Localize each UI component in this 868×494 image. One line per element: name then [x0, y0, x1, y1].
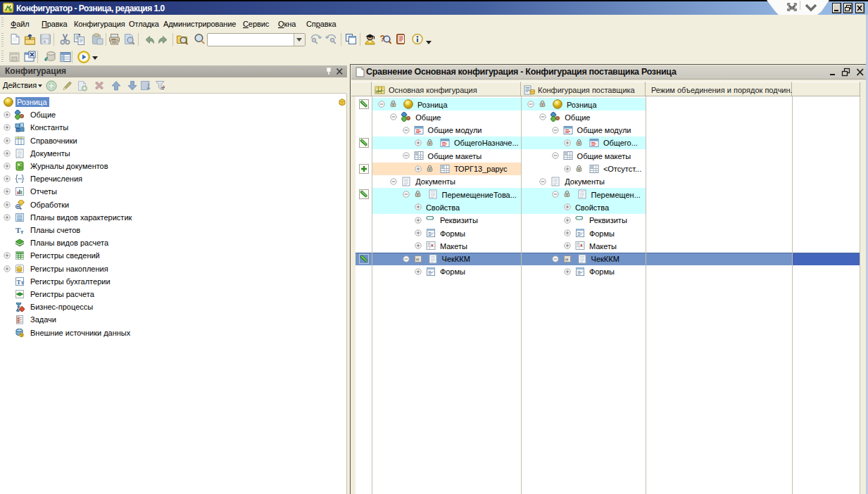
svg-text:н: н	[416, 256, 419, 262]
svg-text:н: н	[565, 256, 568, 262]
svg-text:Tт: Tт	[17, 278, 25, 285]
svg-text:т: т	[20, 228, 24, 235]
